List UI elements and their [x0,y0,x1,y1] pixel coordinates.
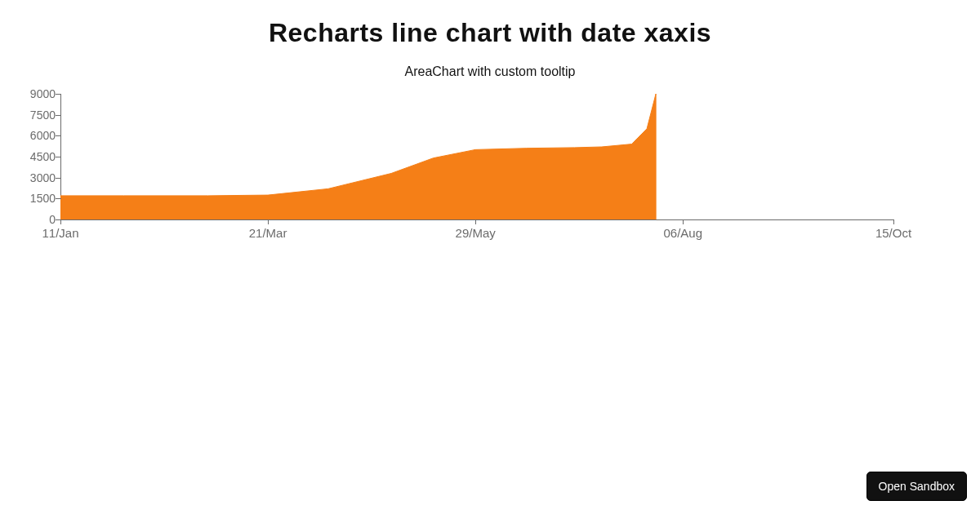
y-tick-mark [56,135,61,136]
open-sandbox-button[interactable]: Open Sandbox [866,472,967,501]
x-tick-label: 11/Jan [42,226,78,240]
x-tick-label: 06/Aug [663,226,702,240]
y-tick-mark [56,178,61,179]
area-path [60,94,893,219]
x-axis-line [60,219,893,220]
x-tick-mark [893,219,894,224]
x-tick-mark [60,219,61,224]
y-tick-mark [56,157,61,157]
y-tick-mark [56,115,61,116]
x-tick-label: 15/Oct [875,226,911,240]
y-tick-label: 6000 [16,129,56,142]
y-tick-mark [56,94,61,95]
y-tick-label: 3000 [16,171,56,184]
x-tick-mark [268,219,269,224]
y-tick-label: 7500 [16,109,56,122]
x-tick-label: 29/May [456,226,496,240]
y-tick-label: 0 [16,213,56,226]
y-tick-mark [56,198,61,199]
x-tick-mark [475,219,476,224]
y-tick-label: 1500 [16,192,56,205]
x-tick-label: 21/Mar [249,226,287,240]
y-tick-label: 4500 [16,150,56,163]
y-tick-label: 9000 [16,87,56,100]
x-tick-mark [683,219,684,224]
chart-subtitle: AreaChart with custom tooltip [0,64,980,79]
page-title: Recharts line chart with date xaxis [0,0,980,48]
area-chart: 0150030004500600075009000 11/Jan21/Mar29… [16,91,898,237]
